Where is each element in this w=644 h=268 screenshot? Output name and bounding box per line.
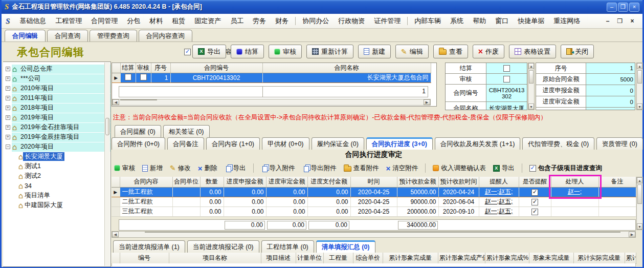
menu-admin-supplies[interactable]: 行政物资 [334, 15, 369, 27]
export-button[interactable]: X导出 [192, 45, 226, 58]
col-audit[interactable]: 审核 [136, 63, 151, 73]
tab-current-progress-list[interactable]: 当前进度填报清单 (1) [113, 240, 185, 253]
mdi-minimize-button[interactable]: – [604, 17, 612, 25]
menu-finance[interactable]: 财务 [271, 15, 293, 27]
col-project-desc[interactable]: 项目描述 [261, 253, 296, 263]
col-unit[interactable]: 合同单位 [172, 177, 200, 187]
tree-item-2010[interactable]: +⌂2010年项目 [3, 84, 110, 93]
tree-item-test2[interactable]: ⌂测试2 [3, 171, 110, 181]
tree-item-changan-tower[interactable]: ⌂长安湖景大厦 [3, 152, 110, 161]
scroll-up-icon[interactable]: ▲ [637, 63, 642, 69]
remind-checkbox[interactable]: ✓ [531, 199, 538, 205]
progress-export2-button[interactable]: X导出 [493, 164, 515, 173]
recalculate-button[interactable]: 重新计算 [306, 45, 353, 58]
tree-item-34[interactable]: ⌂34 [3, 181, 110, 191]
tab-contract-notes[interactable]: 合同备注 [167, 137, 204, 150]
menu-system[interactable]: 系统 [446, 15, 468, 27]
detail-hscrollbar[interactable]: ◀ ▶ [112, 231, 636, 238]
expand-icon[interactable]: + [6, 76, 10, 81]
col-paid[interactable]: 进度支付金额 [307, 177, 350, 187]
props-left-vscrollbar[interactable]: ▲ ▼ [528, 63, 535, 110]
col-contract-name[interactable]: 合同名称 [262, 63, 431, 73]
col-project-name[interactable]: 项目名称 [169, 253, 261, 263]
clear-attachment-button[interactable]: ×清空附件 [386, 164, 418, 173]
settle-button[interactable]: 结算 [231, 45, 264, 58]
menu-fixed-assets[interactable]: 固定资产 [190, 15, 226, 27]
col-expected-amount[interactable]: 预计收款金额 [397, 177, 438, 187]
progress-modify-button[interactable]: ✎修改 [170, 164, 191, 173]
col-seq[interactable]: 序号 [151, 63, 170, 73]
tab-related-visa[interactable]: 相关签证 (0) [163, 125, 210, 137]
edit-button[interactable]: ✎编辑 [395, 45, 429, 58]
col-image-remaining[interactable]: 形象未完成量 [529, 253, 573, 263]
menu-help[interactable]: 帮助 [468, 15, 491, 27]
scroll-thumb[interactable] [637, 70, 642, 84]
menu-certificates[interactable]: 证件管理 [369, 15, 405, 27]
contract-row[interactable]: ▶ 1 CBHT200413302 长安湖景大厦总包合同 [112, 73, 431, 83]
menu-collaboration[interactable]: 协同办公 [298, 15, 334, 27]
tab-list-report-summary[interactable]: 清单填报汇总 (0) [316, 240, 375, 253]
tree-item-warehouse[interactable]: +⌂公司总仓库 [3, 64, 110, 74]
col-code[interactable]: 编号 [120, 253, 169, 263]
tab-performance-bond[interactable]: 履约保证金 (0) [312, 137, 364, 150]
menu-staff[interactable]: 员工 [226, 15, 248, 27]
col-cum-clipped[interactable]: 累计 [625, 253, 636, 263]
tab-execution-progress[interactable]: 合同执行进度 (3+0) [366, 137, 433, 150]
col-note[interactable]: 备注 [598, 177, 636, 187]
export-attachment-button[interactable]: 导出附件 [302, 164, 337, 173]
minimize-button[interactable]: – [607, 3, 617, 12]
progress-row-3[interactable]: 三批工程款 0.00 0.00 0.00 0.00 2020-04-25 200… [112, 207, 636, 216]
scroll-thumb[interactable] [637, 184, 642, 204]
contract-grid-hscrollbar[interactable]: ◀ ▶ [112, 99, 431, 106]
audit-checkbox[interactable] [140, 74, 147, 80]
progress-row-2[interactable]: 二批工程款 0.00 0.00 0.00 0.00 2020-04-25 900… [112, 197, 636, 207]
mdi-restore-button[interactable]: ❒ [616, 17, 624, 25]
col-declared[interactable]: 进度申报金额 [224, 177, 266, 187]
include-children-checkbox[interactable]: ✓包含子级项目进度查询 [529, 164, 602, 173]
scroll-thumb[interactable] [120, 99, 157, 100]
scroll-right-icon[interactable]: ▶ [629, 232, 635, 237]
tab-contract-reminder[interactable]: 合同提醒 (0) [115, 125, 161, 137]
audit-button[interactable]: 审核 [269, 45, 302, 58]
menu-contract-mgmt[interactable]: 合同管理 [86, 15, 122, 27]
tab-mgmt-fee-query[interactable]: 管理费查询 [90, 30, 137, 42]
mdi-close-button[interactable]: × [628, 17, 636, 25]
tree-item-2019-jinchen[interactable]: +⌂2019年金辰挂靠项目 [3, 132, 110, 142]
col-remind-flag[interactable]: 是否提醒 [519, 177, 551, 187]
tree-item-2019[interactable]: +⌂2019年项目 [3, 113, 110, 122]
progress-add-button[interactable]: 新增 [142, 164, 163, 173]
menu-materials[interactable]: 材料 [145, 15, 167, 27]
col-settle[interactable]: 结算 [120, 63, 136, 73]
col-handler[interactable]: 处理人 [551, 177, 598, 187]
progress-export-button[interactable]: 导出 [225, 164, 246, 173]
scroll-down-icon[interactable]: ▼ [528, 104, 534, 110]
tab-contract-content[interactable]: 合同内容 (1+0) [206, 137, 260, 150]
tab-owner-materials[interactable]: 甲供材 (0+0) [262, 137, 309, 150]
tab-contract-attachments[interactable]: 合同附件 (0+0) [112, 137, 165, 150]
menu-vehicles[interactable]: 内部车辆 [410, 15, 446, 27]
progress-vscrollbar[interactable]: ▲ ▼ [636, 177, 643, 230]
void-button[interactable]: ×作废 [473, 45, 504, 58]
col-measure-unit[interactable]: 计量单位 [296, 253, 323, 263]
col-contract-code[interactable]: 合同编号 [170, 63, 262, 73]
tab-current-progress-records[interactable]: 当前进度填报记录 (0) [187, 240, 259, 253]
scroll-up-icon[interactable]: ▲ [637, 177, 642, 183]
tab-contract-content-query[interactable]: 合同内容查询 [139, 30, 192, 42]
col-cum-image-pct[interactable]: 累计形象完成% [485, 253, 529, 263]
col-cum-image-value[interactable]: 累计形象完成产值 [438, 253, 485, 263]
tab-qualification-mgmt[interactable]: 资质管理 (0) [596, 137, 643, 150]
import-attachment-button[interactable]: 导入附件 [261, 164, 295, 173]
audit-prop-checkbox[interactable] [503, 76, 510, 83]
col-expected-date[interactable]: 预计收款时间 [438, 177, 479, 187]
menu-window[interactable]: 窗口 [491, 15, 513, 27]
tree-item-2011[interactable]: +⌂2011年项目 [3, 93, 110, 103]
col-approved[interactable]: 进度审定金额 [266, 177, 307, 187]
scroll-left-icon[interactable]: ◀ [112, 232, 119, 237]
tree-item-company[interactable]: +⌂***公司 [3, 74, 110, 84]
tab-withheld-fees-taxes[interactable]: 代扣管理费、税金 (0) [522, 137, 594, 150]
expand-icon[interactable]: + [6, 86, 10, 91]
tree-item-project-list[interactable]: ⌂项目清单 [3, 191, 110, 200]
table-settings-button[interactable]: 表格设置 [509, 45, 556, 58]
tree-item-2019-jinshi[interactable]: +⌂2019年金石挂靠项目 [3, 122, 110, 132]
scroll-down-icon[interactable]: ▼ [637, 223, 642, 230]
